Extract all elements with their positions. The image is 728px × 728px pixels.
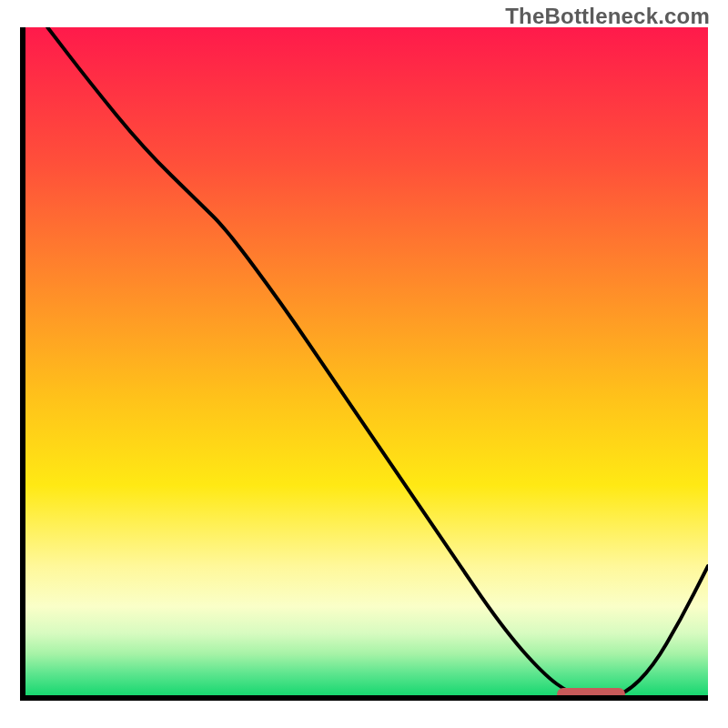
watermark-label: TheBottleneck.com (505, 4, 710, 29)
optimal-range-marker (557, 688, 626, 701)
bottleneck-line (20, 27, 708, 701)
chart-container: TheBottleneck.com (0, 0, 728, 728)
plot-area (20, 27, 708, 701)
